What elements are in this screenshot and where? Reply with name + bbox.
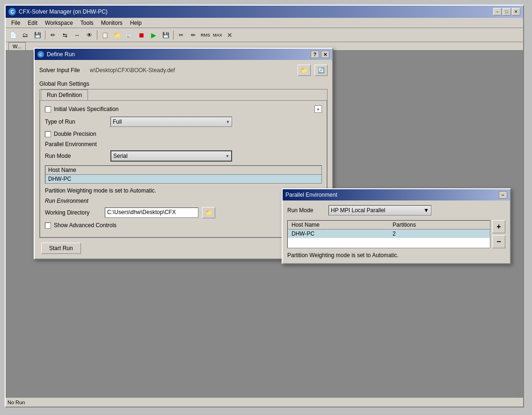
remove-host-button[interactable]: −	[492, 235, 505, 248]
toolbar: 📄 🗂 💾 ✏ ⇆ ↔ 👁 📋 📁 📰 ⏹ ▶ 💾 ✂ ✏ RMS MAX ✕	[6, 28, 523, 42]
parallel-host-col-header: Host Name	[288, 221, 389, 229]
start-run-button[interactable]: Start Run	[41, 243, 81, 254]
type-of-run-arrow: ▼	[226, 120, 230, 124]
parallel-side-buttons: + −	[492, 220, 505, 248]
solver-refresh-button[interactable]: 🔄	[314, 65, 328, 76]
run-mode-label: Run Mode	[45, 153, 110, 159]
expand-initial-values-button[interactable]: +	[314, 105, 322, 113]
toolbar-open-folder[interactable]: 🗂	[20, 30, 31, 41]
toolbar-edit[interactable]: ✏	[47, 30, 58, 41]
type-of-run-select[interactable]: Full ▼	[110, 117, 232, 127]
toolbar-view[interactable]: 👁	[84, 30, 95, 41]
parallel-run-mode-row: Run Mode HP MPI Local Parallel ▼	[287, 205, 505, 215]
maximize-button[interactable]: □	[503, 8, 511, 15]
menu-help[interactable]: Help	[126, 19, 146, 27]
toolbar-run[interactable]: ▶	[148, 30, 159, 41]
main-window: C CFX-Solver Manager (on DHW-PC) − □ ✕ F…	[5, 5, 524, 408]
toolbar-rms[interactable]: RMS	[200, 30, 211, 41]
app-icon: C	[8, 8, 16, 15]
global-run-settings-label: Global Run Settings	[39, 81, 328, 87]
parallel-minimize-button[interactable]: −	[499, 191, 507, 199]
double-precision-label: Double Precision	[54, 131, 96, 137]
parallel-host-cell: DHW-PC	[288, 230, 389, 238]
toolbar-close2[interactable]: ✕	[224, 30, 235, 41]
parallel-table-section: Host Name Partitions DHW-PC 2 + −	[287, 220, 505, 248]
solver-input-label: Solver Input File	[39, 67, 86, 74]
title-bar: C CFX-Solver Manager (on DHW-PC) − □ ✕	[6, 6, 523, 18]
working-dir-value: C:\Users\dhw\Desktop\CFX	[107, 209, 176, 215]
title-bar-controls[interactable]: − □ ✕	[493, 8, 520, 15]
dialog-title: Define Run	[47, 51, 75, 58]
double-precision-checkbox[interactable]	[45, 131, 51, 137]
parallel-run-mode-select[interactable]: HP MPI Local Parallel ▼	[328, 205, 431, 215]
dialog-help-button[interactable]: ?	[311, 51, 319, 58]
define-run-title-bar: C Define Run ? ✕	[35, 49, 332, 60]
parallel-partitions-col-header: Partitions	[389, 221, 490, 229]
parallel-run-mode-arrow: ▼	[423, 207, 429, 214]
menu-edit[interactable]: Edit	[24, 19, 41, 27]
resize-handle[interactable]	[517, 391, 523, 397]
type-of-run-value: Full	[113, 119, 122, 125]
host-name-row[interactable]: DHW-PC	[45, 175, 321, 183]
menu-tools[interactable]: Tools	[77, 19, 97, 27]
toolbar-save3[interactable]: 💾	[160, 30, 171, 41]
toolbar-folder2[interactable]: 📁	[111, 30, 123, 41]
toolbar-sep-3	[173, 30, 174, 40]
initial-values-checkbox[interactable]	[45, 106, 51, 112]
add-host-button[interactable]: +	[492, 220, 505, 233]
menu-bar: File Edit Workspace Tools Monitors Help	[6, 18, 523, 28]
toolbar-paste[interactable]: ↔	[72, 30, 83, 41]
parallel-title-bar: Parallel Environment −	[283, 189, 510, 200]
parallel-run-mode-value: HP MPI Local Parallel	[331, 207, 386, 214]
run-mode-value: Serial	[113, 153, 128, 159]
dialog-close-button[interactable]: ✕	[321, 51, 329, 58]
window-title: CFX-Solver Manager (on DHW-PC)	[19, 8, 108, 15]
run-mode-select[interactable]: Serial ▼	[110, 150, 232, 162]
toolbar-pen[interactable]: ✏	[188, 30, 199, 41]
toolbar-new[interactable]: 📄	[7, 30, 19, 41]
working-dir-label: Working Directory	[45, 209, 101, 216]
parallel-partition-info: Partition Weighting mode is set to Autom…	[287, 252, 505, 259]
run-mode-row: Run Mode Serial ▼	[45, 150, 322, 162]
parallel-dialog-title: Parallel Environment	[285, 192, 337, 198]
close-button[interactable]: ✕	[512, 8, 520, 15]
parallel-host-table: Host Name Partitions DHW-PC 2	[287, 220, 490, 248]
solver-browse-button[interactable]: 📁	[298, 65, 311, 76]
type-of-run-row: Type of Run Full ▼	[45, 117, 322, 127]
toolbar-cut[interactable]: ✂	[175, 30, 187, 41]
working-dir-browse-button[interactable]: 📁	[202, 207, 215, 218]
menu-file[interactable]: File	[7, 19, 24, 27]
toolbar-save2[interactable]: 💾	[32, 30, 43, 41]
status-text: No Run	[7, 400, 25, 405]
toolbar-doc[interactable]: 📋	[99, 30, 110, 41]
menu-workspace[interactable]: Workspace	[41, 19, 77, 27]
parallel-table-row[interactable]: DHW-PC 2	[288, 230, 490, 238]
parallel-body: Run Mode HP MPI Local Parallel ▼ Host Na…	[283, 200, 510, 263]
toolbar-sep-1	[45, 30, 45, 40]
parallel-table-header: Host Name Partitions	[288, 221, 490, 230]
double-precision-row: Double Precision	[45, 131, 322, 137]
initial-values-row: Initial Values Specification +	[45, 105, 322, 113]
dialog-controls: ? ✕	[311, 51, 329, 58]
parallel-environment-dialog: Parallel Environment − Run Mode HP MPI L…	[282, 188, 511, 264]
show-advanced-row: Show Advanced Controls	[45, 222, 322, 229]
partition-info: Partition Weighting mode is set to Autom…	[45, 187, 322, 194]
workspace-tab[interactable]: W...	[8, 42, 26, 50]
toolbar-copy[interactable]: ⇆	[59, 30, 71, 41]
menu-monitors[interactable]: Monitors	[97, 19, 126, 27]
initial-values-label: Initial Values Specification	[54, 106, 119, 112]
toolbar-stop[interactable]: ⏹	[136, 30, 147, 41]
working-dir-input[interactable]: C:\Users\dhw\Desktop\CFX	[105, 208, 198, 218]
toolbar-sep-2	[97, 30, 97, 40]
tab-header: Run Definition	[40, 89, 327, 100]
show-advanced-label: Show Advanced Controls	[54, 222, 117, 229]
dialog-title-left: C Define Run	[37, 51, 75, 58]
parallel-env-section-label: Parallel Environment	[45, 141, 322, 148]
minimize-button[interactable]: −	[493, 8, 502, 15]
toolbar-max[interactable]: MAX	[212, 30, 223, 41]
solver-input-row: Solver Input File w\Desktop\CFX\BOOK-Ste…	[39, 65, 328, 76]
tab-run-definition[interactable]: Run Definition	[41, 89, 88, 100]
toolbar-news[interactable]: 📰	[124, 30, 135, 41]
show-advanced-checkbox[interactable]	[45, 222, 51, 229]
type-of-run-label: Type of Run	[45, 119, 110, 125]
